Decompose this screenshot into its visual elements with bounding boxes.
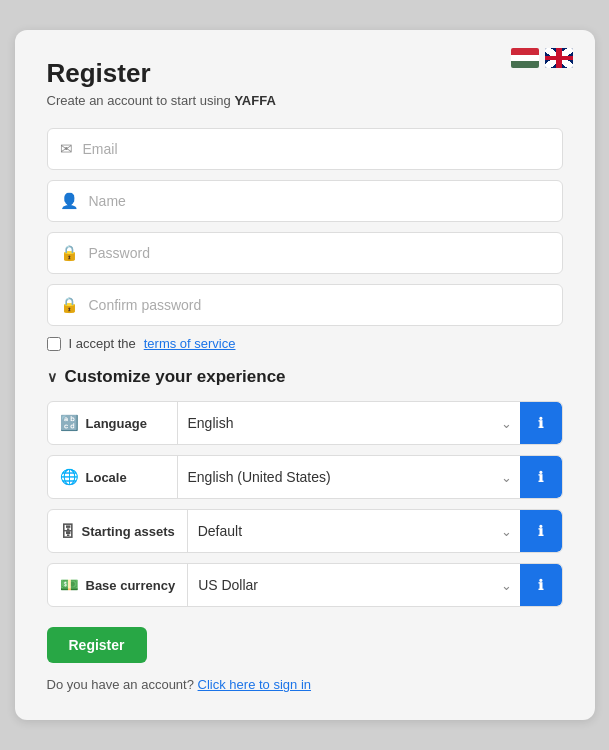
password-input[interactable] — [89, 245, 550, 261]
tos-row: I accept the terms of service — [47, 336, 563, 351]
lock-confirm-icon: 🔒 — [60, 296, 79, 314]
tos-checkbox[interactable] — [47, 337, 61, 351]
base-currency-label: 💵 Base currency — [48, 564, 189, 606]
language-info-button[interactable]: ℹ — [520, 402, 562, 444]
email-icon: ✉ — [60, 140, 73, 158]
starting-assets-info-button[interactable]: ℹ — [520, 510, 562, 552]
locale-label: 🌐 Locale — [48, 456, 178, 498]
base-currency-chevron-icon: ⌄ — [493, 578, 520, 593]
locale-info-button[interactable]: ℹ — [520, 456, 562, 498]
language-flags — [511, 48, 573, 68]
confirm-password-field-group: 🔒 — [47, 284, 563, 326]
register-button[interactable]: Register — [47, 627, 147, 663]
starting-assets-label: 🗄 Starting assets — [48, 510, 188, 552]
register-card: Register Create an account to start usin… — [15, 30, 595, 720]
signin-pre: Do you have an account? — [47, 677, 198, 692]
chevron-down-icon: ∨ — [47, 369, 57, 385]
base-currency-label-text: Base currency — [86, 578, 176, 593]
currency-icon: 💵 — [60, 576, 79, 594]
tos-link[interactable]: terms of service — [144, 336, 236, 351]
password-field-group: 🔒 — [47, 232, 563, 274]
tos-pre-text: I accept the — [69, 336, 136, 351]
language-select[interactable]: English Hungarian — [178, 402, 493, 444]
page-title: Register — [47, 58, 563, 89]
stack-icon: 🗄 — [60, 523, 75, 540]
base-currency-select-row: 💵 Base currency US Dollar Euro GBP ⌄ ℹ — [47, 563, 563, 607]
starting-assets-chevron-icon: ⌄ — [493, 524, 520, 539]
base-currency-select[interactable]: US Dollar Euro GBP — [188, 564, 492, 606]
actions-row: Register — [47, 617, 563, 677]
lock-icon: 🔒 — [60, 244, 79, 262]
starting-assets-select[interactable]: Default None — [188, 510, 493, 552]
base-currency-info-button[interactable]: ℹ — [520, 564, 562, 606]
locale-select[interactable]: English (United States) Hungarian (Hunga… — [178, 456, 493, 498]
language-icon: 🔡 — [60, 414, 79, 432]
name-field-group: 👤 — [47, 180, 563, 222]
signin-link[interactable]: Click here to sign in — [198, 677, 311, 692]
hungarian-flag[interactable] — [511, 48, 539, 68]
language-select-row: 🔡 Language English Hungarian ⌄ ℹ — [47, 401, 563, 445]
starting-assets-label-text: Starting assets — [82, 524, 175, 539]
email-field-group: ✉ — [47, 128, 563, 170]
page-subtitle: Create an account to start using YAFFA — [47, 93, 563, 108]
locale-label-text: Locale — [86, 470, 127, 485]
subtitle-pre: Create an account to start using — [47, 93, 235, 108]
email-input[interactable] — [83, 141, 550, 157]
confirm-password-input[interactable] — [89, 297, 550, 313]
locale-chevron-icon: ⌄ — [493, 470, 520, 485]
customize-label: Customize your experience — [65, 367, 286, 387]
brand-name: YAFFA — [234, 93, 275, 108]
language-label-text: Language — [86, 416, 147, 431]
signin-text: Do you have an account? Click here to si… — [47, 677, 563, 692]
globe-icon: 🌐 — [60, 468, 79, 486]
name-input[interactable] — [89, 193, 550, 209]
english-flag[interactable] — [545, 48, 573, 68]
user-icon: 👤 — [60, 192, 79, 210]
language-chevron-icon: ⌄ — [493, 416, 520, 431]
starting-assets-select-row: 🗄 Starting assets Default None ⌄ ℹ — [47, 509, 563, 553]
customize-toggle[interactable]: ∨ Customize your experience — [47, 367, 563, 387]
language-label: 🔡 Language — [48, 402, 178, 444]
locale-select-row: 🌐 Locale English (United States) Hungari… — [47, 455, 563, 499]
